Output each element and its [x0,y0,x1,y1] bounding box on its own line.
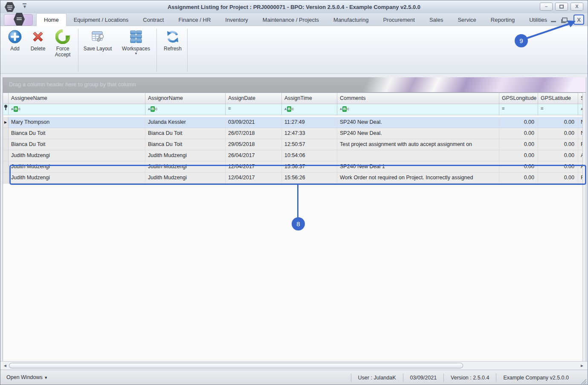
cell-assigntime[interactable]: 15:56:37 [282,161,337,172]
cell-gpslatitude[interactable]: 0.00 [538,117,578,128]
application-menu-button[interactable] [4,14,33,26]
tab-equipment-locations[interactable]: Equipment / Locations [67,13,136,26]
cell-gpslongitude[interactable]: 0.00 [499,128,538,139]
tab-contract[interactable]: Contract [136,13,171,26]
cell-assigntime[interactable]: 12:50:57 [282,139,337,150]
cell-assigneename[interactable]: Judith Mudzengi [9,161,145,172]
column-header-gpslongitude[interactable]: GPSLongitude [499,93,538,104]
delete-button[interactable]: Delete [27,29,49,52]
cell-assignorname[interactable]: Judith Mudzengi [145,172,226,184]
filter-cell-gpslatitude[interactable]: = [538,104,578,115]
tab-manufacturing[interactable]: Manufacturing [326,13,376,26]
cell-comments[interactable]: SP240 New Deal 1 [337,161,499,172]
filter-cell-assigneename[interactable]: ABC [9,104,145,115]
cell-assignorname[interactable]: Julanda Kessler [145,117,226,128]
cell-assigneename[interactable]: Bianca Du Toit [9,128,145,139]
cell-assigntime[interactable]: 12:47:33 [282,128,337,139]
cell-assigneename[interactable]: Bianca Du Toit [9,139,145,150]
filter-cell-comments[interactable]: ABC [337,104,499,115]
column-header-assigntime[interactable]: AssignTime [282,93,337,104]
tab-reporting[interactable]: Reporting [484,13,522,26]
column-header-assigneename[interactable]: AssigneeName [9,93,145,104]
grid-group-panel[interactable]: Drag a column header here to group by th… [3,77,586,93]
refresh-button[interactable]: Refresh [161,29,185,52]
cell-assigneename[interactable]: Judith Mudzengi [9,150,145,161]
cell-gpslatitude[interactable]: 0.00 [538,128,578,139]
cell-gpslongitude[interactable]: 0.00 [499,172,538,184]
close-button[interactable]: X [571,3,583,11]
tab-sales[interactable]: Sales [422,13,451,26]
cell-assignorname[interactable]: Bianca Du Toit [145,139,226,150]
column-header-gpslatitude[interactable]: GPSLatitude [538,93,578,104]
text-filter-icon: ABC [284,106,294,112]
document-close-button[interactable]: X [574,15,584,25]
filter-cell-assigntime[interactable]: ABC [282,104,337,115]
column-header-assignorname[interactable]: AssignorName [145,93,226,104]
text-filter-icon: ABC [340,106,349,112]
vertical-scrollbar[interactable] [582,93,586,361]
table-row[interactable]: Bianca Du ToitBianca Du Toit29/05/201812… [3,139,585,150]
filter-cell-gpslongitude[interactable]: = [499,104,538,115]
filter-cell-assignorname[interactable]: ABC [145,104,226,115]
cell-assigntime[interactable]: 11:27:49 [282,117,337,128]
cell-assigndate[interactable]: 26/04/2017 [226,150,282,161]
cell-comments[interactable] [337,150,499,161]
column-header-comments[interactable]: Comments [337,93,499,104]
resize-grip[interactable] [581,379,586,384]
workspaces-button[interactable]: Workspaces▼ [120,29,152,55]
force-accept-button[interactable]: Force Accept [50,29,75,58]
add-icon [6,29,24,44]
cell-gpslongitude[interactable]: 0.00 [499,117,538,128]
cell-gpslatitude[interactable]: 0.00 [538,172,578,184]
cell-comments[interactable]: Test project assignment with auto accept… [337,139,499,150]
cell-gpslatitude[interactable]: 0.00 [538,139,578,150]
horizontal-scroll-thumb[interactable] [9,363,463,368]
cell-assigndate[interactable]: 12/04/2017 [226,172,282,184]
cell-gpslongitude[interactable]: 0.00 [499,139,538,150]
add-button[interactable]: Add [6,29,24,52]
cell-gpslongitude[interactable]: 0.00 [499,150,538,161]
scroll-right-icon[interactable]: ► [580,363,584,368]
tab-procurement[interactable]: Procurement [376,13,422,26]
cell-assigndate[interactable]: 12/04/2017 [226,161,282,172]
cell-gpslatitude[interactable]: 0.00 [538,150,578,161]
save-layout-button[interactable]: Save Layout [81,29,115,52]
document-minimize-icon[interactable] [551,21,556,22]
cell-gpslongitude[interactable]: 0.00 [499,161,538,172]
cell-assigntime[interactable]: 15:56:26 [282,172,337,184]
column-header-assigndate[interactable]: AssignDate [226,93,282,104]
cell-assigneename[interactable]: Judith Mudzengi [9,172,145,184]
tab-finance-hr[interactable]: Finance / HR [171,13,218,26]
quick-access-dropdown-icon[interactable]: ▼ [23,3,27,9]
table-row[interactable]: ▶Mary ThompsonJulanda Kessler03/09/20211… [3,117,585,128]
cell-assigndate[interactable]: 29/05/2018 [226,139,282,150]
maximize-button[interactable] [555,3,568,11]
cell-comments[interactable]: SP240 New Deal. [337,128,499,139]
tab-inventory[interactable]: Inventory [218,13,255,26]
cell-comments[interactable]: Work Order not required on Project. Inco… [337,172,499,184]
cell-assignorname[interactable]: Judith Mudzengi [145,150,226,161]
tab-service[interactable]: Service [450,13,483,26]
cell-gpslatitude[interactable]: 0.00 [538,161,578,172]
cell-assigneename[interactable]: Mary Thompson [9,117,145,128]
cell-assigntime[interactable]: 10:54:06 [282,150,337,161]
table-row[interactable]: Bianca Du ToitBianca Du Toit26/07/201812… [3,128,585,139]
tab-utilities[interactable]: Utilities [522,13,554,26]
document-restore-icon[interactable] [562,18,568,22]
tab-home[interactable]: Home [36,13,67,26]
minimize-button[interactable]: – [540,3,553,11]
horizontal-scrollbar[interactable]: ◄ ► [0,361,588,370]
cell-assignorname[interactable]: Judith Mudzengi [145,161,226,172]
force-accept-icon [50,29,75,44]
cell-assigndate[interactable]: 03/09/2021 [226,117,282,128]
table-row[interactable]: Judith MudzengiJudith Mudzengi12/04/2017… [3,161,585,172]
filter-cell-assigndate[interactable]: = [226,104,282,115]
tab-maintenance-projects[interactable]: Maintenance / Projects [255,13,326,26]
table-row[interactable]: Judith MudzengiJudith Mudzengi12/04/2017… [3,172,585,184]
table-row[interactable]: Judith MudzengiJudith Mudzengi26/04/2017… [3,150,585,161]
cell-assignorname[interactable]: Bianca Du Toit [145,128,226,139]
cell-comments[interactable]: SP240 New Deal. [337,117,499,128]
open-windows-dropdown[interactable]: Open Windows ▼ [6,374,48,380]
scroll-left-icon[interactable]: ◄ [3,363,7,368]
cell-assigndate[interactable]: 26/07/2018 [226,128,282,139]
